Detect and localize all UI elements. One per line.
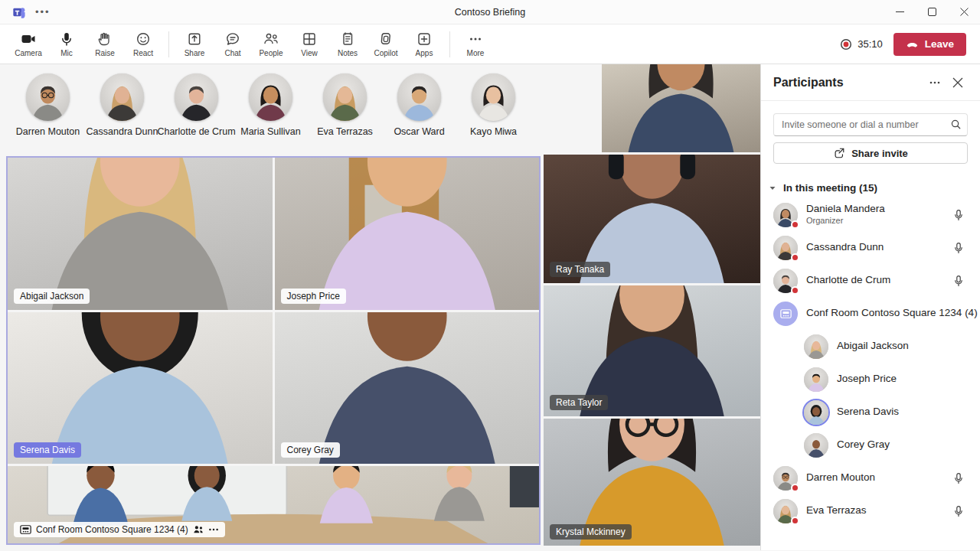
leave-button[interactable]: Leave	[893, 33, 966, 56]
avatar	[397, 73, 441, 121]
roster-participant-name: Cassandra Dunn	[87, 126, 158, 137]
participants-close-icon[interactable]	[946, 71, 969, 94]
video-name-label: Corey Gray	[281, 442, 340, 458]
chevron-down-icon	[769, 184, 776, 192]
in-this-meeting-section[interactable]: In this meeting (15)	[769, 182, 968, 194]
apps-button[interactable]: Apps	[405, 26, 443, 63]
mic-icon[interactable]	[949, 502, 968, 520]
mic-icon[interactable]	[949, 239, 968, 257]
conf-room-icon	[20, 525, 31, 534]
roster-participant-name: Maria Sullivan	[240, 126, 301, 137]
video-tile-ray-tanaka[interactable]: Ray Tanaka	[544, 155, 760, 283]
mic-button[interactable]: Mic	[47, 26, 86, 63]
participant-row-darren-mouton[interactable]: Darren Mouton	[773, 461, 968, 494]
video-tile-corey-gray[interactable]: Corey Gray	[275, 312, 540, 465]
window-maximize-button[interactable]	[916, 0, 948, 24]
participants-more-icon[interactable]	[923, 71, 946, 94]
video-tile-joseph-price[interactable]: Joseph Price	[275, 158, 540, 310]
participant-row-charlotte-de-crum[interactable]: Charlotte de Crum	[773, 264, 968, 297]
participants-panel: Participants Share invite	[760, 64, 980, 550]
roster-participant-kayo-miwa[interactable]: Kayo Miwa	[456, 73, 531, 137]
video-tile-serena-davis[interactable]: Serena Davis	[8, 312, 273, 465]
mic-icon[interactable]	[949, 272, 968, 290]
participant-row-joseph-price[interactable]: Joseph Price	[773, 363, 968, 396]
roster-participant-maria-sullivan[interactable]: Maria Sullivan	[234, 73, 308, 137]
avatar	[472, 73, 515, 121]
video-tile-conf-room-contoso-square-1234-4-[interactable]: Conf Room Contoso Square 1234 (4)	[8, 466, 539, 543]
window-close-button[interactable]	[948, 0, 980, 24]
meeting-content: Darren Mouton Cassandra Dunn Charlotte d…	[0, 64, 980, 550]
participant-row-corey-gray[interactable]: Corey Gray	[773, 429, 968, 461]
avatar	[100, 73, 144, 121]
people-button[interactable]: People	[252, 26, 290, 63]
view-icon	[302, 31, 317, 47]
share-invite-icon	[833, 147, 845, 159]
meeting-toolbar: Camera Mic Raise React Share Chat People…	[0, 24, 980, 64]
chat-icon	[225, 31, 240, 47]
copilot-button[interactable]: Copilot	[367, 26, 405, 63]
people-count-icon	[193, 525, 204, 534]
conf-room-icon	[773, 302, 798, 326]
react-icon	[136, 31, 151, 47]
participant-row-daniela-mandera[interactable]: Daniela Mandera Organizer	[773, 198, 968, 231]
notes-icon	[340, 31, 355, 47]
video-feed	[275, 158, 540, 310]
apps-icon	[416, 31, 432, 47]
view-button[interactable]: View	[290, 26, 328, 63]
roster-participant-cassandra-dunn[interactable]: Cassandra Dunn	[85, 73, 159, 137]
avatar	[249, 73, 292, 121]
roster-participant-oscar-ward[interactable]: Oscar Ward	[382, 73, 456, 137]
window-title: Contoso Briefing	[0, 7, 980, 18]
roster-participant-name: Kayo Miwa	[470, 126, 517, 137]
mic-icon[interactable]	[949, 469, 968, 487]
video-name-label: Reta Taylor	[550, 395, 608, 410]
presence-badge	[791, 517, 799, 525]
side-video-column: Ray Tanaka Reta Taylor Krystal Mckinney	[544, 155, 760, 546]
video-name-label: Krystal Mckinney	[550, 524, 632, 540]
avatar	[26, 73, 70, 121]
hangup-icon	[906, 37, 919, 51]
tile-more-icon[interactable]	[208, 525, 219, 534]
video-name-label: Conf Room Contoso Square 1234 (4)	[14, 522, 225, 537]
toolbar-divider	[449, 31, 450, 57]
video-tile-krystal-mckinney[interactable]: Krystal Mckinney	[544, 419, 760, 546]
presence-badge	[791, 253, 799, 262]
participant-row-eva-terrazas[interactable]: Eva Terrazas	[773, 494, 968, 527]
avatar	[323, 73, 367, 121]
roster-participant-charlotte-de-crum[interactable]: Charlotte de Crum	[159, 73, 234, 137]
avatar	[175, 73, 218, 121]
video-feed	[8, 312, 273, 465]
invite-search-input[interactable]	[773, 113, 968, 136]
self-video-tile[interactable]	[602, 64, 760, 152]
avatar	[804, 433, 828, 458]
video-tile-abigail-jackson[interactable]: Abigail Jackson	[8, 158, 273, 310]
roster-participant-name: Oscar Ward	[394, 126, 444, 137]
participant-row-serena-davis[interactable]: Serena Davis	[773, 396, 968, 429]
share-icon	[187, 31, 202, 47]
mic-icon[interactable]	[949, 206, 968, 224]
participant-row-abigail-jackson[interactable]: Abigail Jackson	[773, 330, 968, 363]
roster-participant-darren-mouton[interactable]: Darren Mouton	[11, 73, 85, 137]
participants-list: Daniela Mandera Organizer Cassandra Dunn…	[773, 198, 968, 527]
share-invite-button[interactable]: Share invite	[773, 142, 968, 164]
raise-button[interactable]: Raise	[86, 26, 124, 63]
notes-button[interactable]: Notes	[328, 26, 367, 63]
participant-row-conf-room-contoso-square-1234-4-[interactable]: Conf Room Contoso Square 1234 (4)	[773, 297, 968, 330]
share-button[interactable]: Share	[175, 26, 214, 63]
roster-participant-eva-terrazas[interactable]: Eva Terrazas	[308, 73, 382, 137]
camera-button[interactable]: Camera	[9, 26, 47, 63]
video-name-label: Abigail Jackson	[14, 289, 90, 304]
toolbar-divider	[168, 31, 169, 57]
avatar	[804, 334, 828, 359]
title-bar: Contoso Briefing •••	[0, 0, 980, 24]
more-button[interactable]: More	[456, 26, 495, 63]
window-minimize-button[interactable]	[884, 0, 916, 24]
participant-row-cassandra-dunn[interactable]: Cassandra Dunn	[773, 231, 968, 264]
react-button[interactable]: React	[124, 26, 162, 63]
camera-icon	[20, 31, 37, 47]
video-tile-reta-taylor[interactable]: Reta Taylor	[544, 285, 760, 416]
video-name-label: Serena Davis	[14, 442, 81, 458]
chat-button[interactable]: Chat	[214, 26, 252, 63]
presence-badge	[791, 484, 799, 492]
participant-role: Organizer	[806, 216, 885, 227]
